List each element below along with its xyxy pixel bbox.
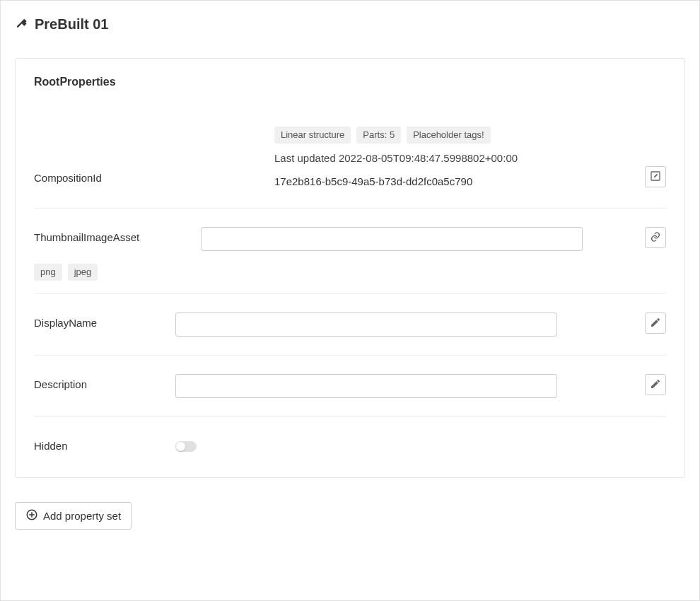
tag-item: Linear structure — [274, 127, 351, 144]
property-value-composition: Linear structure Parts: 5 Placeholder ta… — [175, 127, 638, 189]
link-thumbnail-button[interactable] — [645, 227, 666, 248]
display-name-input[interactable] — [175, 313, 557, 337]
tag-item: jpeg — [68, 264, 98, 281]
tag-item: Parts: 5 — [356, 127, 401, 144]
page-root: PreBuilt 01 RootProperties CompositionId… — [0, 0, 700, 601]
property-row-hidden: Hidden — [34, 430, 666, 457]
property-label-composition: CompositionId — [34, 127, 175, 184]
pencil-icon — [650, 317, 661, 330]
composition-id-value: 17e2b816-b5c9-49a5-b73d-dd2fc0a5c790 — [274, 174, 609, 190]
property-row-composition: CompositionId Linear structure Parts: 5 … — [34, 121, 666, 195]
card-title: RootProperties — [34, 76, 666, 88]
hidden-toggle[interactable] — [175, 441, 197, 452]
edit-description-button[interactable] — [645, 374, 666, 395]
root-properties-card: RootProperties CompositionId Linear stru… — [15, 58, 685, 478]
edit-composition-button[interactable] — [645, 166, 666, 187]
plus-circle-icon — [25, 508, 38, 523]
composition-last-updated: Last updated 2022-08-05T09:48:47.5998802… — [274, 151, 609, 167]
toggle-knob — [176, 442, 185, 451]
thumbnail-tags: png jpeg — [34, 264, 666, 281]
property-row-thumbnail: ThumbnailImageAsset — [34, 221, 666, 257]
link-icon — [650, 231, 661, 245]
description-input[interactable] — [175, 374, 557, 398]
divider — [34, 416, 666, 417]
property-label-description: Description — [34, 374, 175, 390]
divider — [34, 355, 666, 356]
last-updated-prefix: Last updated — [274, 152, 339, 164]
last-updated-value: 2022-08-05T09:48:47.5998802+00:00 — [339, 152, 518, 164]
add-property-set-label: Add property set — [43, 510, 121, 522]
divider — [34, 293, 666, 294]
edit-box-icon — [650, 170, 661, 184]
composition-tags: Linear structure Parts: 5 Placeholder ta… — [274, 127, 609, 144]
property-row-description: Description — [34, 368, 666, 404]
divider — [34, 208, 666, 209]
page-header: PreBuilt 01 — [15, 16, 685, 33]
property-label-hidden: Hidden — [34, 436, 175, 452]
property-label-thumbnail: ThumbnailImageAsset — [34, 227, 175, 243]
thumbnail-input[interactable] — [201, 227, 583, 251]
page-title: PreBuilt 01 — [35, 16, 108, 33]
property-label-display-name: DisplayName — [34, 313, 175, 329]
tag-item: png — [34, 264, 62, 281]
hammer-icon — [15, 18, 29, 32]
edit-display-name-button[interactable] — [645, 313, 666, 334]
tag-item: Placeholder tags! — [407, 127, 490, 144]
pencil-icon — [650, 378, 661, 392]
property-row-display-name: DisplayName — [34, 307, 666, 342]
add-property-set-button[interactable]: Add property set — [15, 502, 132, 530]
